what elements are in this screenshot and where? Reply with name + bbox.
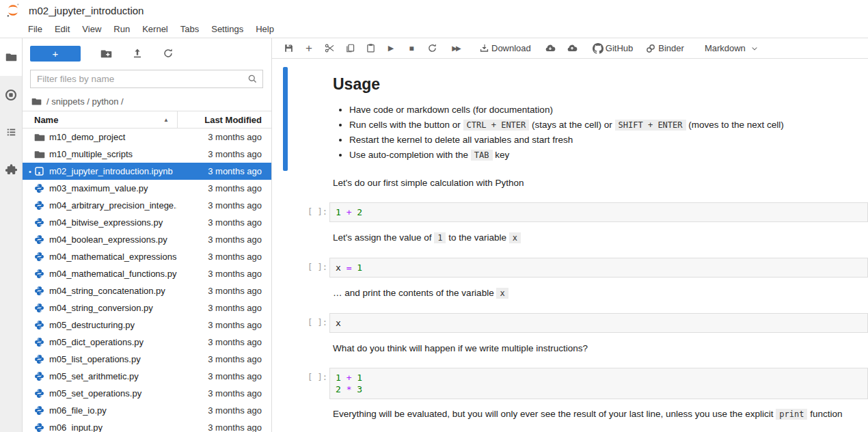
menu-settings[interactable]: Settings	[205, 24, 249, 34]
table-row[interactable]: •m02_jupyter_introduction.ipynb3 months …	[23, 163, 271, 180]
file-name: m10_demo_project	[49, 132, 177, 142]
file-modified: 3 months ago	[177, 405, 271, 416]
menu-file[interactable]: File	[22, 24, 49, 34]
file-modified: 3 months ago	[177, 269, 271, 279]
sort-ascending-icon: ▲	[163, 117, 169, 123]
column-last-modified[interactable]: Last Modified	[177, 111, 271, 128]
cell-type-dropdown[interactable]: Markdown	[705, 43, 759, 53]
github-label: GitHub	[606, 43, 633, 53]
add-cell-icon[interactable]: +	[303, 43, 314, 54]
binder-button[interactable]: Binder	[645, 43, 694, 54]
table-row[interactable]: m04_bitwise_expressions.py3 months ago	[23, 214, 271, 231]
download-button[interactable]: Download	[478, 43, 541, 54]
file-name: m04_string_concatenation.py	[49, 286, 177, 296]
code-input[interactable]: x = 1	[329, 258, 868, 278]
breadcrumb-path: / snippets / python /	[46, 96, 124, 107]
file-name: m05_destructuring.py	[49, 320, 177, 330]
python-icon	[34, 234, 45, 245]
active-cell-collapser[interactable]	[283, 67, 288, 171]
restart-run-all-icon[interactable]: ▶▶	[447, 43, 465, 54]
table-row[interactable]: m10_demo_project3 months ago	[23, 129, 271, 146]
python-icon	[34, 354, 45, 365]
copy-icon[interactable]	[344, 43, 355, 54]
table-row[interactable]: m05_dict_operations.py3 months ago	[23, 334, 271, 351]
table-row[interactable]: m04_mathematical_functions.py3 months ag…	[23, 265, 271, 282]
menu-run[interactable]: Run	[107, 24, 136, 34]
new-launcher-button[interactable]: +	[30, 46, 81, 62]
cell-prompt: [ ]:	[272, 368, 329, 382]
menu-tabs[interactable]: Tabs	[174, 24, 205, 34]
table-row[interactable]: m05_set_arithmetic.py3 months ago	[23, 368, 271, 385]
menu-help[interactable]: Help	[249, 24, 280, 34]
table-row[interactable]: m05_destructuring.py3 months ago	[23, 316, 271, 334]
table-row[interactable]: m04_arbitrary_precision_intege...3 month…	[23, 197, 271, 214]
file-name: m05_dict_operations.py	[49, 337, 177, 347]
menu-kernel[interactable]: Kernel	[136, 24, 174, 34]
sidebar-tab-extensions[interactable]	[0, 151, 22, 189]
table-row[interactable]: m10_multiple_scripts3 months ago	[23, 146, 271, 163]
refresh-icon[interactable]	[163, 48, 174, 59]
github-button[interactable]: GitHub	[593, 43, 642, 54]
link-icon	[645, 43, 656, 54]
menu-edit[interactable]: Edit	[49, 24, 76, 34]
cut-icon[interactable]	[324, 43, 335, 54]
save-icon[interactable]	[283, 43, 294, 54]
code-input[interactable]: 1 + 12 * 3	[329, 368, 868, 399]
jupyter-logo-icon	[5, 3, 21, 18]
table-row[interactable]: m05_list_operations.py3 months ago	[23, 351, 271, 368]
markdown-paragraph: Everything will be evaluated, but you wi…	[333, 408, 868, 420]
run-icon[interactable]: ▶	[385, 43, 396, 54]
cell-prompt: [ ]:	[272, 313, 329, 327]
home-folder-icon[interactable]	[31, 96, 42, 107]
file-modified: 3 months ago	[177, 252, 271, 262]
table-row[interactable]: m05_set_operations.py3 months ago	[23, 385, 271, 402]
inline-code: SHIFT + ENTER	[615, 120, 686, 131]
code-cell: [ ]: 1 + 2	[272, 202, 868, 222]
file-name: m04_mathematical_expressions...	[49, 252, 177, 262]
inline-code: x	[496, 288, 508, 299]
table-row[interactable]: m04_mathematical_expressions...3 months …	[23, 248, 271, 265]
left-sidebar	[0, 38, 23, 432]
cloud-upload-icon[interactable]	[567, 43, 578, 54]
file-filter-input[interactable]	[30, 70, 263, 88]
file-modified: 3 months ago	[177, 354, 271, 364]
table-row[interactable]: m06_file_io.py3 months ago	[23, 402, 271, 419]
table-row[interactable]: m06_input.py3 months ago	[23, 419, 271, 432]
file-modified: 3 months ago	[177, 217, 271, 228]
inline-code: 1	[434, 232, 446, 243]
code-cell: [ ]: x = 1	[272, 258, 868, 278]
python-icon	[34, 217, 45, 228]
sidebar-tab-running[interactable]	[0, 76, 22, 113]
file-filter	[30, 70, 263, 88]
bullet-item: Have code or markdown cells (for documen…	[349, 105, 868, 116]
sidebar-tab-toc[interactable]	[0, 113, 22, 151]
paste-icon[interactable]	[365, 43, 376, 54]
file-name: m04_bitwise_expressions.py	[49, 217, 177, 228]
column-name[interactable]: Name ▲	[23, 115, 177, 125]
stop-icon[interactable]: ■	[406, 43, 417, 54]
table-row[interactable]: m03_maximum_value.py3 months ago	[23, 180, 271, 197]
table-row[interactable]: m04_string_conversion.py3 months ago	[23, 299, 271, 316]
cloud-download-icon[interactable]	[545, 43, 556, 54]
code-input[interactable]: x	[329, 313, 868, 333]
restart-kernel-icon[interactable]	[426, 43, 437, 54]
upload-icon[interactable]	[132, 48, 143, 59]
code-input[interactable]: 1 + 2	[329, 202, 868, 222]
new-folder-icon[interactable]	[100, 48, 112, 59]
file-name: m04_mathematical_functions.py	[49, 269, 177, 279]
notebook-icon	[34, 166, 45, 177]
notebook-content: Usage Have code or markdown cells (for d…	[272, 59, 868, 432]
python-icon	[34, 337, 45, 348]
table-row[interactable]: m04_string_concatenation.py3 months ago	[23, 282, 271, 299]
python-icon	[34, 200, 45, 211]
inline-code: CTRL + ENTER	[463, 120, 530, 131]
python-icon	[34, 371, 45, 382]
python-icon	[34, 405, 45, 416]
markdown-paragraph: Let's assign the value of 1 to the varia…	[333, 232, 868, 244]
menu-view[interactable]: View	[76, 24, 107, 34]
file-name: m04_string_conversion.py	[49, 303, 177, 313]
table-row[interactable]: m04_boolean_expressions.py3 months ago	[23, 231, 271, 248]
sidebar-tab-filebrowser[interactable]	[0, 38, 22, 76]
file-name: m04_boolean_expressions.py	[49, 234, 177, 245]
breadcrumb[interactable]: / snippets / python /	[23, 92, 271, 111]
